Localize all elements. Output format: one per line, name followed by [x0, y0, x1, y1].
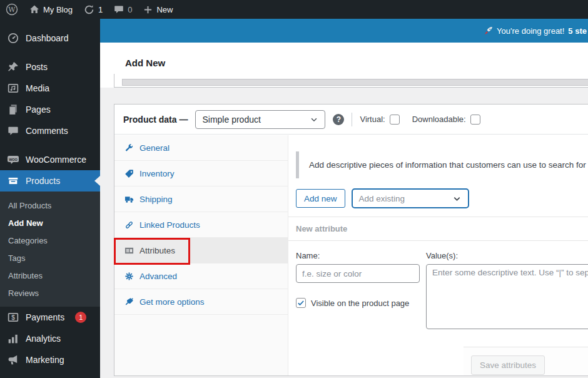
gear-icon	[124, 272, 134, 281]
attribute-name-field-group: Name: Visible on the product page	[296, 251, 420, 332]
new-label: New	[156, 5, 173, 14]
values-label: Value(s):	[426, 251, 588, 260]
tab-get-more-options[interactable]: Get more options	[114, 289, 288, 315]
updates-count: 1	[98, 5, 103, 14]
sidebar-item-label: Media	[26, 83, 49, 93]
plus-icon	[143, 5, 153, 14]
tab-inventory[interactable]: Inventory	[114, 161, 288, 186]
submenu-reviews[interactable]: Reviews	[0, 284, 100, 302]
tab-label: General	[139, 143, 170, 153]
product-type-value: Simple product	[202, 115, 260, 125]
pin-icon	[7, 61, 19, 73]
sidebar-item-analytics[interactable]: Analytics	[0, 328, 100, 349]
attributes-actions-row: Add new Add existing	[296, 188, 588, 208]
product-data-body: General Inventory Shipping	[114, 135, 588, 375]
new-attribute-section: New attribute Name: Visible on the produ…	[288, 217, 588, 332]
wordpress-logo[interactable]: W	[0, 0, 24, 19]
update-icon	[84, 4, 94, 15]
sidebar-item-woocommerce[interactable]: WOO WooCommerce	[0, 149, 100, 170]
tab-label: Get more options	[139, 297, 205, 307]
sidebar-item-pages[interactable]: Pages	[0, 99, 100, 120]
sidebar-item-media[interactable]: Media	[0, 78, 100, 99]
name-label: Name:	[296, 251, 420, 260]
sidebar-item-label: Marketing	[26, 355, 64, 365]
attribute-name-input[interactable]	[296, 264, 420, 283]
store-progress-banner[interactable]: You're doing great! 5 ste	[100, 19, 588, 43]
site-menu[interactable]: My Blog	[24, 0, 78, 19]
attribute-values-field-group: Value(s):	[426, 251, 588, 332]
analytics-icon	[7, 332, 19, 345]
sidebar-item-dashboard[interactable]: Dashboard	[0, 28, 100, 49]
sidebar-item-payments[interactable]: $ Payments 1	[0, 307, 100, 328]
attributes-note: Add descriptive pieces of information th…	[296, 151, 588, 178]
tab-linked-products[interactable]: Linked Products	[114, 212, 288, 238]
updates-menu[interactable]: 1	[78, 0, 108, 19]
submenu-tags[interactable]: Tags	[0, 249, 100, 267]
sidebar-item-label: Pages	[26, 105, 51, 115]
banner-highlight: 5 ste	[568, 26, 587, 36]
comments-icon	[7, 125, 19, 137]
attributes-toolbar: Save attributes	[464, 347, 588, 375]
editor-stub-box	[114, 74, 588, 88]
submenu-label: All Products	[8, 201, 51, 210]
add-existing-select[interactable]: Add existing	[352, 188, 469, 208]
downloadable-label: Downloadable:	[412, 115, 466, 124]
box-icon	[7, 175, 19, 187]
chevron-down-icon	[452, 194, 462, 203]
tab-attributes[interactable]: Attributes	[114, 238, 288, 263]
plug-icon	[124, 297, 134, 307]
sidebar-item-posts[interactable]: Posts	[0, 56, 100, 78]
sidebar-item-label: WooCommerce	[26, 155, 86, 165]
sidebar-item-products[interactable]: Products	[0, 170, 100, 192]
submenu-label: Reviews	[8, 289, 39, 298]
card-icon	[124, 246, 134, 255]
help-icon[interactable]: ?	[333, 114, 344, 125]
tab-general[interactable]: General	[114, 135, 288, 161]
product-type-select[interactable]: Simple product	[195, 110, 325, 129]
dashboard-icon	[7, 32, 19, 44]
sidebar-item-label: Analytics	[26, 334, 61, 344]
submenu-categories[interactable]: Categories	[0, 232, 100, 249]
tab-shipping[interactable]: Shipping	[114, 186, 288, 212]
tab-label: Shipping	[139, 195, 173, 204]
attribute-values-textarea[interactable]	[426, 264, 588, 329]
add-new-attribute-button[interactable]: Add new	[296, 189, 345, 208]
divider	[352, 113, 352, 126]
page-title: Add New	[125, 58, 165, 68]
tab-advanced[interactable]: Advanced	[114, 263, 288, 289]
site-name: My Blog	[43, 5, 73, 14]
submenu-label: Categories	[8, 236, 48, 245]
payments-badge: 1	[75, 312, 86, 323]
main-content: You're doing great! 5 ste Add New Produc…	[100, 19, 588, 378]
submenu-attributes[interactable]: Attributes	[0, 267, 100, 284]
comments-count: 0	[128, 5, 132, 14]
visible-label: Visible on the product page	[311, 299, 409, 308]
sidebar-item-marketing[interactable]: Marketing	[0, 349, 100, 370]
save-attributes-button[interactable]: Save attributes	[471, 355, 545, 375]
sidebar-item-comments[interactable]: Comments	[0, 120, 100, 141]
new-attribute-title: New attribute	[288, 217, 588, 241]
visible-checkbox[interactable]	[296, 298, 306, 308]
comments-menu[interactable]: 0	[108, 0, 138, 19]
downloadable-checkbox[interactable]	[470, 115, 480, 125]
virtual-checkbox[interactable]	[390, 115, 400, 125]
menu-separator	[0, 49, 100, 56]
new-content-menu[interactable]: New	[138, 0, 178, 19]
menu-separator	[0, 141, 100, 149]
wordpress-admin: W My Blog 1 0 New	[0, 0, 588, 378]
sidebar-item-label: Products	[26, 176, 60, 186]
submenu-all-products[interactable]: All Products	[0, 197, 100, 214]
wordpress-icon: W	[6, 3, 18, 16]
new-attribute-fields: Name: Visible on the product page	[288, 241, 588, 332]
svg-text:$: $	[11, 314, 15, 321]
product-data-title: Product data —	[123, 115, 188, 125]
editor-stub-bar	[122, 79, 588, 86]
submenu-label: Add New	[8, 218, 43, 228]
comment-bubble-icon	[114, 4, 124, 14]
svg-text:W: W	[8, 6, 16, 14]
product-data-panel: Product data — Simple product ? Virtual:…	[114, 104, 588, 376]
tab-label: Attributes	[139, 246, 175, 255]
product-data-tabs: General Inventory Shipping	[114, 135, 288, 375]
submenu-add-new[interactable]: Add New	[0, 214, 100, 232]
woo-icon: WOO	[7, 153, 19, 166]
